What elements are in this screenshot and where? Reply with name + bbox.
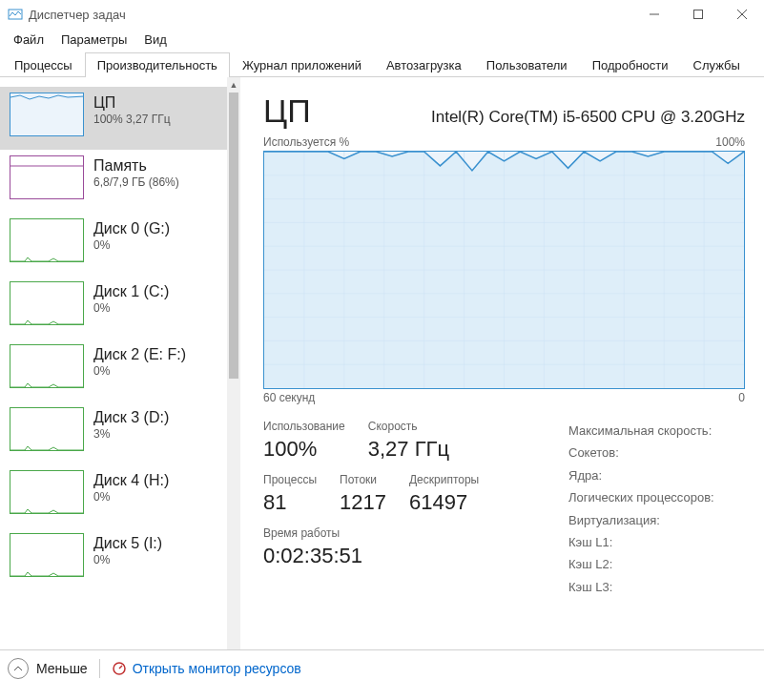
resource-monitor-icon xyxy=(112,661,127,676)
chart-bottom-axis: 60 секунд 0 xyxy=(263,391,745,404)
sockets-label: Сокетов: xyxy=(568,442,714,463)
sidebar-item-subtitle: 0% xyxy=(93,301,169,315)
window-title: Диспетчер задач xyxy=(29,8,632,22)
menu-view[interactable]: Вид xyxy=(136,31,175,49)
sidebar-item-title: Диск 5 (I:) xyxy=(93,535,162,552)
sidebar-item-title: Диск 3 (D:) xyxy=(93,409,169,426)
cpu-model: Intel(R) Core(TM) i5-6500 CPU @ 3.20GHz xyxy=(431,108,745,127)
sidebar-item-subtitle: 6,8/7,9 ГБ (86%) xyxy=(93,175,179,189)
open-resource-monitor-link[interactable]: Открыть монитор ресурсов xyxy=(112,661,301,676)
threads-value: 1217 xyxy=(340,490,386,515)
y-axis-max: 100% xyxy=(715,135,745,149)
x-axis-label: 60 секунд xyxy=(263,391,315,404)
lprocs-label: Логических процессоров: xyxy=(568,486,714,508)
stats-right: Максимальная скорость: Сокетов: Ядра: Ло… xyxy=(568,420,714,598)
sidebar-item-subtitle: 0% xyxy=(93,553,162,566)
mini-chart xyxy=(10,533,84,577)
sidebar-item-disk-2[interactable]: Диск 0 (G:)0% xyxy=(0,213,227,276)
cpu-usage-chart[interactable] xyxy=(263,151,745,389)
menubar: Файл Параметры Вид xyxy=(0,29,764,52)
usage-label: Использование xyxy=(263,420,345,433)
sidebar-item-title: Диск 0 (G:) xyxy=(93,220,170,237)
l1-label: Кэш L1: xyxy=(568,531,714,553)
window-controls xyxy=(632,0,764,29)
sidebar-item-subtitle: 0% xyxy=(93,490,169,504)
sidebar-item-subtitle: 0% xyxy=(93,238,170,252)
uptime-label: Время работы xyxy=(263,526,362,540)
collapse-icon[interactable] xyxy=(8,658,29,679)
open-resource-monitor-label: Открыть монитор ресурсов xyxy=(133,661,301,676)
sidebar-item-mem-1[interactable]: Память6,8/7,9 ГБ (86%) xyxy=(0,150,227,213)
speed-label: Скорость xyxy=(368,420,449,433)
sidebar-item-disk-5[interactable]: Диск 3 (D:)3% xyxy=(0,401,227,464)
handles-value: 61497 xyxy=(409,490,479,515)
tab-users[interactable]: Пользователи xyxy=(474,52,580,77)
proc-label: Процессы xyxy=(263,473,317,486)
sidebar-item-disk-7[interactable]: Диск 5 (I:)0% xyxy=(0,527,227,590)
sidebar-item-title: Память xyxy=(93,157,179,175)
sidebar-item-subtitle: 3% xyxy=(93,427,169,441)
sidebar-scrollbar[interactable]: ▲ xyxy=(227,77,240,649)
detail-header: ЦП Intel(R) Core(TM) i5-6500 CPU @ 3.20G… xyxy=(263,93,745,130)
scroll-up-icon[interactable]: ▲ xyxy=(227,77,240,93)
tab-apphistory[interactable]: Журнал приложений xyxy=(230,52,374,77)
tab-services[interactable]: Службы xyxy=(681,52,753,77)
detail-title: ЦП xyxy=(263,93,311,130)
mini-chart xyxy=(10,407,84,451)
cores-label: Ядра: xyxy=(568,464,714,486)
mini-chart xyxy=(10,218,84,262)
mini-chart xyxy=(10,344,84,388)
sidebar-item-disk-3[interactable]: Диск 1 (C:)0% xyxy=(0,276,227,339)
sidebar-item-cpu-0[interactable]: ЦП100% 3,27 ГГц xyxy=(0,87,227,150)
speed-value: 3,27 ГГц xyxy=(368,437,449,462)
threads-label: Потоки xyxy=(340,473,386,486)
virt-label: Виртуализация: xyxy=(568,509,714,531)
handles-label: Дескрипторы xyxy=(409,473,479,486)
menu-options[interactable]: Параметры xyxy=(53,31,134,49)
l3-label: Кэш L3: xyxy=(568,576,714,598)
sidebar-item-subtitle: 100% 3,27 ГГц xyxy=(93,113,171,126)
sidebar[interactable]: ЦП100% 3,27 ГГцПамять6,8/7,9 ГБ (86%)Дис… xyxy=(0,77,227,649)
y-axis-label: Используется % xyxy=(263,135,349,149)
footer: Меньше Открыть монитор ресурсов xyxy=(0,649,764,686)
proc-value: 81 xyxy=(263,490,317,515)
sidebar-item-disk-4[interactable]: Диск 2 (E: F:)0% xyxy=(0,339,227,401)
sidebar-wrap: ЦП100% 3,27 ГГцПамять6,8/7,9 ГБ (86%)Дис… xyxy=(0,77,240,649)
scroll-thumb[interactable] xyxy=(229,93,238,379)
mini-chart xyxy=(10,470,84,514)
sidebar-item-title: Диск 4 (H:) xyxy=(93,472,169,489)
mini-chart xyxy=(10,93,84,136)
tab-performance[interactable]: Производительность xyxy=(85,52,230,77)
tab-processes[interactable]: Процессы xyxy=(2,52,85,77)
sidebar-item-title: Диск 2 (E: F:) xyxy=(93,346,186,363)
sidebar-item-title: ЦП xyxy=(93,94,171,112)
x-axis-min: 0 xyxy=(738,391,745,404)
maxspeed-label: Максимальная скорость: xyxy=(568,420,714,442)
sidebar-item-subtitle: 0% xyxy=(93,364,186,378)
menu-file[interactable]: Файл xyxy=(6,31,52,49)
less-button[interactable]: Меньше xyxy=(36,661,88,676)
sidebar-item-disk-6[interactable]: Диск 4 (H:)0% xyxy=(0,464,227,527)
minimize-button[interactable] xyxy=(632,0,676,29)
titlebar: Диспетчер задач xyxy=(0,0,764,29)
svg-rect-2 xyxy=(694,10,703,19)
tab-bar: Процессы Производительность Журнал прило… xyxy=(0,52,764,77)
chart-top-axis: Используется % 100% xyxy=(263,135,745,149)
footer-divider xyxy=(99,659,100,678)
tab-startup[interactable]: Автозагрузка xyxy=(374,52,474,77)
mini-chart xyxy=(10,155,84,199)
tab-details[interactable]: Подробности xyxy=(580,52,681,77)
uptime-value: 0:02:35:51 xyxy=(263,544,362,568)
svg-line-26 xyxy=(119,666,122,669)
stats-area: Использование 100% Скорость 3,27 ГГц Про… xyxy=(263,420,745,598)
detail-panel: ЦП Intel(R) Core(TM) i5-6500 CPU @ 3.20G… xyxy=(240,77,764,649)
content-area: ЦП100% 3,27 ГГцПамять6,8/7,9 ГБ (86%)Дис… xyxy=(0,77,764,649)
taskmgr-icon xyxy=(8,7,23,22)
mini-chart xyxy=(10,281,84,325)
close-button[interactable] xyxy=(720,0,764,29)
l2-label: Кэш L2: xyxy=(568,553,714,575)
maximize-button[interactable] xyxy=(676,0,720,29)
usage-value: 100% xyxy=(263,437,345,462)
sidebar-item-title: Диск 1 (C:) xyxy=(93,283,169,300)
